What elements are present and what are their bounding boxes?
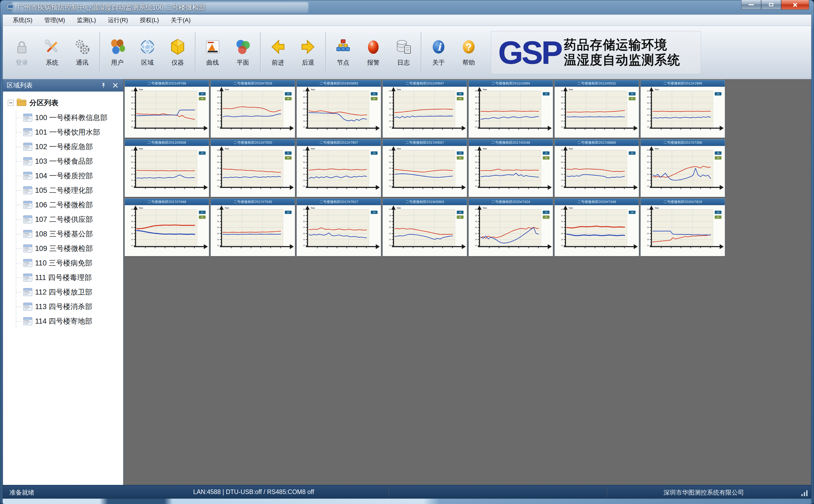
svg-text:Tem: Tem [397,148,401,150]
sensor-chart-panel[interactable]: 二号楼微检部2017#744840353025201510Tem2742 [124,198,209,256]
svg-text:15: 15 [389,239,391,240]
toolbar-button-logs[interactable]: 日志 [388,29,419,76]
sensor-chart-panel[interactable]: 二号楼微检部2019#566340353025201510Tem1950 [382,198,467,256]
sensor-chart-panel[interactable]: 二号楼微检部2012#553140353025201510Tem2447 [554,80,639,138]
sensor-chart-panel[interactable]: 二号楼微检部2020#742440353025201510Tem2445 [468,198,553,256]
tree-item-101[interactable]: 101 一号楼饮用水部 [16,125,123,139]
sensor-chart-panel[interactable]: 二号楼微检部2017#754540353025201510Tem22 [211,198,295,256]
minimize-button[interactable] [741,0,761,10]
svg-text:35: 35 [389,155,391,157]
sensor-chart-panel[interactable]: 二号楼微检部2012#790740353025201510Tem24 [297,139,381,197]
sensor-chart-panel[interactable]: 二号楼微检部2017#888540353025201510Tem24 [554,139,639,197]
svg-text:25: 25 [303,108,305,110]
sensor-chart-panel[interactable]: 二号楼微检部2017#055740353025201510Tem2344 [382,139,467,197]
svg-text:20: 20 [303,173,305,175]
tree-item-105[interactable]: 105 二号楼理化部 [16,183,123,198]
tree-item-111[interactable]: 111 四号楼毒理部 [16,270,123,285]
sensor-chart-panel[interactable]: 二号楼微检部2017#791740353025201510Tem23 [297,198,381,256]
toolbar-separator [421,32,421,73]
title-bar[interactable]: 广州市疾病预防控制中心温湿度自动监测系统106 二号楼微检部 [3,0,811,15]
collapse-icon[interactable] [8,100,14,106]
toolbar-button-help[interactable]: ? 帮助 [454,29,484,76]
tree-item-102[interactable]: 102 一号楼应急部 [16,139,123,154]
sensor-chart-panel[interactable]: 二号楼微检部2012#198940353025201510Tem23 [641,80,725,138]
tree-item-107[interactable]: 107 二号楼供应部 [16,212,123,227]
svg-text:Tem: Tem [655,88,659,91]
close-button[interactable] [781,0,809,10]
close-icon [792,2,798,8]
sensor-chart-panel[interactable]: 二号楼微检部2019#589340353025201510Tem2052 [297,80,381,138]
svg-text:15: 15 [475,120,477,122]
svg-text:15: 15 [561,120,563,122]
tree-item-109[interactable]: 109 三号楼微检部 [16,241,123,256]
tree-item-112[interactable]: 112 四号楼放卫部 [16,285,123,299]
sensor-chart-panel[interactable]: 二号楼微检部2020#782840353025201510Tem2446 [211,80,295,138]
sensor-chart-panel[interactable]: 二号楼微检部2020#781940353025201510Tem1951 [641,198,725,256]
svg-text:25: 25 [561,226,563,228]
tree-item-114[interactable]: 114 四号楼寄地部 [16,314,123,328]
svg-text:25: 25 [475,226,477,228]
toolbar-button-system[interactable]: 系统 [37,29,67,76]
svg-text:25: 25 [561,108,563,110]
menu-manage[interactable]: 管理(M) [38,15,71,26]
svg-text:35: 35 [561,96,563,98]
sensor-chart-panel[interactable]: 二号楼微检部2012#750040353025201510Tem2249 [211,139,295,197]
toolbar-button-login[interactable]: 登录 [7,29,37,76]
toolbar-button-forward[interactable]: 前进 [263,29,293,76]
sensor-chart-panel[interactable]: 二号楼微检部2017#024640353025201510Tem2346 [468,139,553,197]
resize-grip-icon[interactable] [801,489,808,496]
toolbar-button-curve[interactable]: 曲线 [197,29,228,76]
svg-text:25: 25 [389,108,391,110]
toolbar-button-about[interactable]: i 关于 [423,29,454,76]
svg-text:20: 20 [217,114,219,116]
sensor-chart-panel[interactable]: 二号楼微检部2020#734940353025201510Tem25 [554,198,639,256]
svg-text:15: 15 [217,239,219,240]
sensor-chart-panel[interactable]: 二号楼微检部2017#735640353025201510Tem2643 [641,139,725,197]
tree-item-103[interactable]: 103 一号楼食品部 [16,154,123,169]
sensor-chart-panel[interactable]: 二号楼微检部2011#094740353025201510Tem2545 [382,80,467,138]
maximize-button[interactable] [761,0,781,10]
toolbar-button-back[interactable]: 后退 [293,29,323,76]
alarm-icon [364,38,382,56]
svg-text:35: 35 [217,215,219,216]
tree-item-104[interactable]: 104 一号楼质控部 [16,169,123,183]
menu-monitor[interactable]: 监测(L) [71,15,102,26]
tree-root[interactable]: 分区列表 [8,95,123,110]
svg-text:15: 15 [217,179,219,181]
arrow-right-icon [299,38,317,56]
tree-item-110[interactable]: 110 三号楼病免部 [16,256,123,270]
sensor-chart: 40353025201510Tem24 [555,146,639,197]
menu-about[interactable]: 关于(A) [165,15,196,26]
toolbar-button-device[interactable]: 仪器 [162,29,193,76]
toolbar-button-region[interactable]: 区域 [132,29,162,76]
toolbar-button-users[interactable]: 用户 [102,29,132,76]
area-node-label: 106 二号楼微检部 [35,200,93,210]
sensor-chart-panel[interactable]: 二号楼微检部2012#593640353025201510Tem23 [124,139,209,197]
svg-text:40: 40 [217,208,219,210]
sensor-chart-panel[interactable]: 二号楼微检部2021#978840353025201510Tem2448 [124,80,209,138]
svg-text:52: 52 [373,97,375,100]
menu-system[interactable]: 系统(S) [7,15,38,26]
menu-authorize[interactable]: 授权(L) [134,15,165,26]
svg-text:20: 20 [475,173,477,175]
svg-text:15: 15 [647,120,649,122]
toolbar-button-nodes[interactable]: 节点 [328,29,358,76]
sensor-chart-panel[interactable]: 二号楼微检部2011#189440353025201510Tem23 [468,80,553,138]
pin-icon[interactable] [99,81,107,89]
tree-item-106[interactable]: 106 二号楼微检部 [16,198,123,212]
arrow-left-icon [269,38,287,56]
toolbar-button-comm[interactable]: 通讯 [67,29,97,76]
tree-item-100[interactable]: 100 一号楼科教信息部 [16,110,123,125]
menu-run[interactable]: 运行(R) [102,15,134,26]
toolbar-button-alarm[interactable]: 报警 [358,29,388,76]
svg-text:10: 10 [561,185,563,187]
panel-close-icon[interactable] [111,81,119,89]
sensor-chart: 40353025201510Tem23 [125,146,209,197]
toolbar-button-plane[interactable]: 平面 [228,29,258,76]
svg-text:15: 15 [561,239,563,240]
tree-item-108[interactable]: 108 三号楼基公部 [16,227,123,241]
svg-text:24: 24 [631,93,634,95]
tree-item-113[interactable]: 113 四号楼消杀部 [16,299,123,314]
svg-text:30: 30 [217,102,219,104]
svg-text:25: 25 [303,167,305,169]
